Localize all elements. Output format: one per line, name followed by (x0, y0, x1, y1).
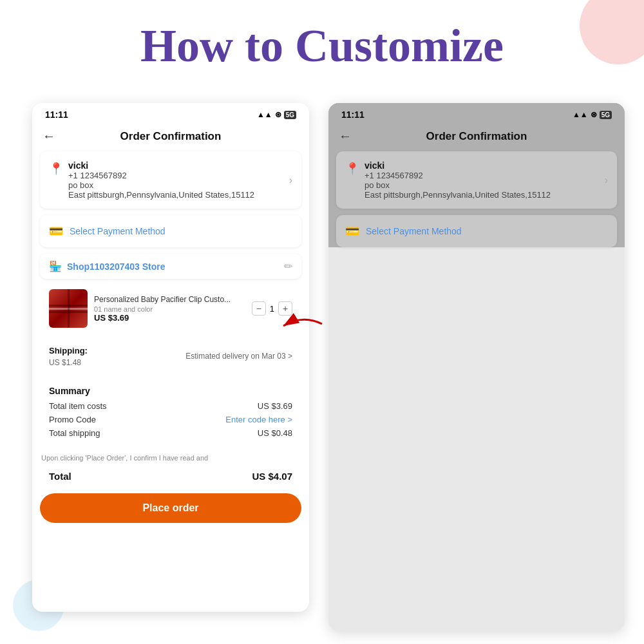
product-price-left: US $3.69 (94, 313, 245, 323)
back-arrow-right[interactable]: ← (339, 129, 352, 144)
store-edit-icon-left[interactable]: ✏ (284, 260, 292, 272)
address-chevron-right: › (605, 175, 608, 186)
payment-row-right[interactable]: 💳 Select Payment Method (336, 215, 617, 247)
payment-text-right: Select Payment Method (366, 226, 462, 236)
shipping-flex: Shipping: US $1.48 Estimated delivery on… (49, 345, 292, 368)
payment-text-left: Select Payment Method (70, 226, 166, 236)
status-time-right: 11:11 (341, 109, 365, 120)
nav-title-left: Order Confirmation (63, 130, 278, 143)
summary-section-left: Summary Total item costs US $3.69 Promo … (40, 378, 301, 450)
shipping-delivery-left: Estimated delivery on Mar 03 > (185, 352, 292, 361)
store-icon-left: 🏪 (49, 260, 62, 272)
location-icon-right: 📍 (345, 162, 358, 175)
address-name-right: vicki (365, 160, 598, 171)
status-time-left: 11:11 (45, 109, 68, 120)
disclaimer-left: Upon clicking 'Place Order', I confirm I… (40, 453, 301, 463)
phone-left: 11:11 ▲▲ ⊛ 5G ← Order Confirmation 📍 vic… (32, 103, 309, 612)
address-city-right: East pittsburgh,Pennsylvania,United Stat… (365, 190, 598, 200)
5g-icon-right: 5G (600, 111, 612, 119)
product-row-left: Personalized Baby Pacifier Clip Custo...… (40, 283, 301, 334)
dark-overlay-right: 11:11 ▲▲ ⊛ 5G ← Order Confirmation 📍 vic… (328, 103, 625, 247)
payment-icon-right: 💳 (345, 224, 359, 238)
place-order-button[interactable]: Place order (40, 493, 301, 523)
location-icon-left: 📍 (49, 162, 62, 175)
address-chevron-left: › (289, 175, 292, 186)
nav-bar-right: ← Order Confirmation (328, 124, 625, 151)
back-arrow-left[interactable]: ← (43, 129, 55, 144)
product-image-left (49, 289, 88, 328)
address-content-left: vicki +1 1234567892 po box East pittsbur… (68, 160, 283, 200)
item-costs-label: Total item costs (49, 401, 107, 411)
wifi-icon-right: ⊛ (591, 110, 597, 119)
total-row-left: Total US $4.07 (40, 466, 301, 487)
status-bar-left: 11:11 ▲▲ ⊛ 5G (32, 103, 309, 124)
summary-promo-row[interactable]: Promo Code Enter code here > (49, 415, 292, 424)
signal-icon: ▲▲ (257, 110, 272, 119)
main-title: How to Customize (0, 19, 644, 73)
shipping-label-group: Shipping: US $1.48 (49, 345, 88, 368)
address-po-left: po box (68, 180, 283, 190)
address-phone-left: +1 1234567892 (68, 171, 283, 180)
status-icons-right: ▲▲ ⊛ 5G (573, 110, 612, 119)
summary-title-left: Summary (49, 386, 292, 396)
summary-item-costs-row: Total item costs US $3.69 (49, 401, 292, 411)
total-value-left: US $4.07 (252, 471, 292, 482)
total-shipping-value: US $0.48 (258, 428, 292, 438)
payment-icon-left: 💳 (49, 224, 63, 238)
total-shipping-label: Total shipping (49, 428, 100, 438)
signal-icon-right: ▲▲ (573, 110, 588, 119)
address-po-right: po box (365, 180, 598, 190)
nav-title-right: Order Confirmation (359, 130, 594, 143)
summary-shipping-row: Total shipping US $0.48 (49, 428, 292, 438)
promo-value: Enter code here > (225, 415, 292, 424)
product-img-inner (49, 289, 88, 328)
address-content-right: vicki +1 1234567892 po box East pittsbur… (365, 160, 598, 200)
shipping-price-left: US $1.48 (49, 358, 81, 367)
promo-label: Promo Code (49, 415, 96, 424)
address-city-left: East pittsburgh,Pennsylvania,United Stat… (68, 190, 283, 200)
payment-row-left[interactable]: 💳 Select Payment Method (40, 215, 301, 247)
shipping-title-left: Shipping: (49, 346, 88, 355)
shipping-row-left: Shipping: US $1.48 Estimated delivery on… (40, 338, 301, 374)
address-name-left: vicki (68, 160, 283, 171)
total-label-left: Total (49, 471, 71, 482)
phone-right: 11:11 ▲▲ ⊛ 5G ← Order Confirmation 📍 vic… (328, 103, 625, 631)
status-bar-right: 11:11 ▲▲ ⊛ 5G (328, 103, 625, 124)
product-title-left: Personalized Baby Pacifier Clip Custo... (94, 294, 245, 305)
status-icons-left: ▲▲ ⊛ 5G (257, 110, 296, 119)
address-card-left[interactable]: 📍 vicki +1 1234567892 po box East pittsb… (40, 151, 301, 209)
wifi-icon: ⊛ (275, 110, 281, 119)
qty-minus-left[interactable]: − (252, 301, 266, 316)
5g-icon: 5G (284, 111, 296, 119)
store-row-left[interactable]: 🏪 Shop1103207403 Store ✏ (40, 254, 301, 279)
store-name-left: Shop1103207403 Store (67, 261, 279, 272)
item-costs-value: US $3.69 (258, 401, 292, 411)
address-phone-right: +1 1234567892 (365, 171, 598, 180)
red-arrow-annotation (270, 308, 335, 340)
product-info-left: Personalized Baby Pacifier Clip Custo...… (94, 294, 245, 323)
nav-bar-left: ← Order Confirmation (32, 124, 309, 151)
address-card-right[interactable]: 📍 vicki +1 1234567892 po box East pittsb… (336, 151, 617, 209)
product-variant-left: 01 name and color (94, 305, 245, 313)
